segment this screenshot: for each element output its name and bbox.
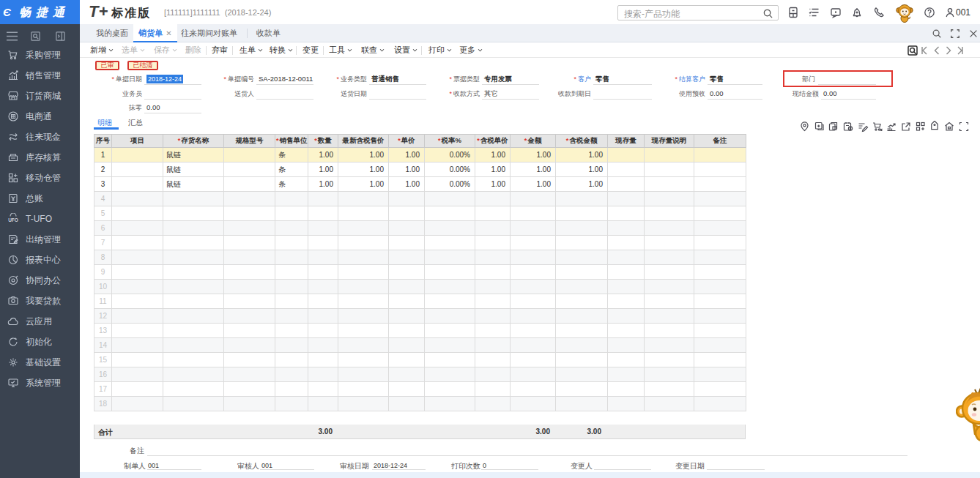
svg-text:UFO: UFO: [8, 217, 18, 223]
